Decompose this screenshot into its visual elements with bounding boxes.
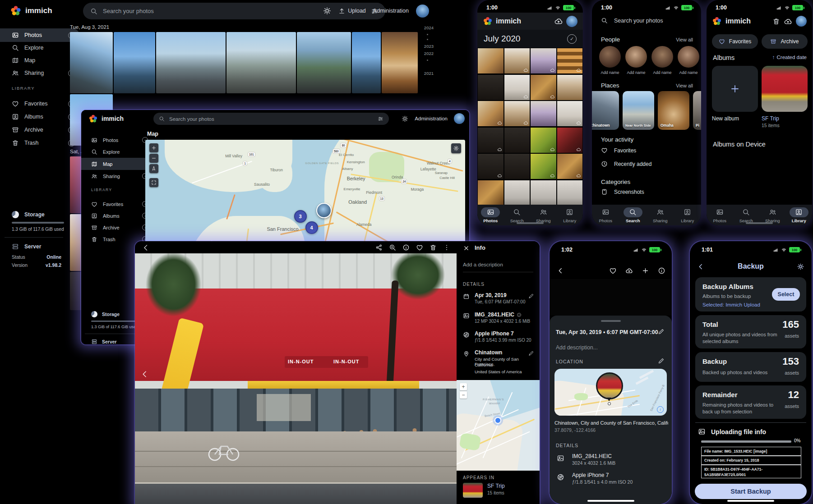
photo-thumbnail[interactable] xyxy=(531,48,556,73)
tab-sharing[interactable]: Sharing xyxy=(647,205,674,225)
theme-toggle-sun-icon[interactable] xyxy=(402,115,408,122)
photo-thumbnail[interactable] xyxy=(504,154,530,179)
album-tile-sf-trip[interactable] xyxy=(762,66,808,112)
archive-button[interactable]: Archive xyxy=(762,34,808,49)
search-input[interactable]: Search your photos xyxy=(153,113,389,125)
sort-created-date[interactable]: ↑ Created date xyxy=(772,55,807,60)
tab-photos[interactable]: Photos xyxy=(592,205,619,225)
pencil-icon[interactable] xyxy=(658,357,665,364)
category-screenshots[interactable]: Screenshots xyxy=(601,188,644,195)
sidebar-item-map[interactable]: Map xyxy=(81,158,152,170)
add-name-label[interactable]: Add name xyxy=(625,70,647,75)
avatar[interactable] xyxy=(416,5,429,18)
home-indicator[interactable] xyxy=(746,222,773,224)
person-face[interactable] xyxy=(599,46,621,68)
sidebar-item-favorites[interactable]: Favorites i xyxy=(0,97,79,110)
start-backup-button[interactable]: Start Backup xyxy=(695,484,807,499)
select-all-icon[interactable]: ✓ xyxy=(567,34,577,44)
avatar[interactable] xyxy=(566,16,577,27)
photo-thumbnail[interactable] xyxy=(557,154,583,179)
sidebar-item-photos[interactable]: Photos i xyxy=(81,134,152,146)
zoom-in-icon[interactable] xyxy=(389,244,396,251)
photo-thumbnail[interactable] xyxy=(478,48,504,73)
pencil-icon[interactable] xyxy=(528,350,534,356)
sidebar-item-sharing[interactable]: Sharing i xyxy=(0,67,79,79)
map-locate-button[interactable] xyxy=(149,164,158,173)
map-zoom-in-button[interactable] xyxy=(149,143,158,152)
info-circle-icon[interactable] xyxy=(402,244,410,251)
people-view-all[interactable]: View all xyxy=(676,37,693,42)
photo-viewer[interactable]: IN-N-OUT IN-N-OUT xyxy=(135,253,457,504)
photo-thumbnail[interactable] xyxy=(226,32,296,93)
activity-favorites[interactable]: Favorites xyxy=(601,147,636,154)
cloud-upload-icon[interactable] xyxy=(625,267,633,275)
tab-library[interactable]: Library xyxy=(786,205,813,225)
info-map-thumbnail[interactable]: FISHERMAN'S WHARF Beach Street + − xyxy=(457,380,540,471)
add-name-label[interactable]: Add name xyxy=(678,70,699,75)
home-indicator[interactable] xyxy=(517,222,544,224)
photo-thumbnail[interactable] xyxy=(478,180,504,206)
photo-thumbnail[interactable] xyxy=(297,32,351,93)
search-input[interactable]: Search your photos xyxy=(601,17,663,24)
map-cluster-marker[interactable]: 3 xyxy=(294,210,307,223)
photo-thumbnail[interactable] xyxy=(531,154,556,179)
photo-thumbnail[interactable] xyxy=(557,75,583,100)
administration-link[interactable]: Administration xyxy=(415,116,448,121)
photo-thumbnail[interactable] xyxy=(478,154,504,179)
photo-thumbnail[interactable] xyxy=(504,75,530,100)
tab-library[interactable]: Library xyxy=(674,205,702,225)
photo-thumbnail[interactable] xyxy=(531,128,556,153)
map-info-icon[interactable]: i xyxy=(657,406,664,413)
share-icon[interactable] xyxy=(375,244,383,251)
sidebar-item-archive[interactable]: Archive i xyxy=(0,124,79,136)
add-name-label[interactable]: Add name xyxy=(599,70,621,75)
sidebar-item-favorites[interactable]: Favorites i xyxy=(81,198,152,210)
heart-icon[interactable] xyxy=(416,244,423,251)
activity-recently-added[interactable]: Recently added xyxy=(601,160,651,167)
photo-thumbnail[interactable] xyxy=(557,128,583,153)
sheet-drag-handle[interactable] xyxy=(601,320,621,322)
photo-thumbnail[interactable] xyxy=(504,128,530,153)
favorites-button[interactable]: Favorites xyxy=(712,34,758,49)
sidebar-item-sharing[interactable]: Sharing i xyxy=(81,170,152,182)
place-tile[interactable]: Pi xyxy=(693,91,701,130)
photo-thumbnail[interactable] xyxy=(478,101,504,126)
trash-icon[interactable] xyxy=(772,18,780,25)
theme-toggle-sun-icon[interactable] xyxy=(323,7,331,15)
photo-thumbnail[interactable] xyxy=(352,32,381,93)
sidebar-item-explore[interactable]: Explore xyxy=(81,146,152,157)
photo-thumbnail[interactable] xyxy=(504,48,530,73)
cloud-sync-icon[interactable] xyxy=(554,17,563,26)
tab-photos[interactable]: Photos xyxy=(707,205,733,225)
person-face[interactable] xyxy=(678,46,699,68)
photo-thumbnail[interactable] xyxy=(557,180,583,206)
photo-thumbnail[interactable] xyxy=(504,180,530,206)
photo-thumbnail[interactable] xyxy=(557,48,583,73)
administration-link[interactable]: Administration xyxy=(373,8,409,14)
select-button[interactable]: Select xyxy=(772,288,800,301)
map-zoom-out-button[interactable] xyxy=(149,154,158,163)
home-indicator[interactable] xyxy=(587,500,634,502)
add-name-label[interactable]: Add name xyxy=(651,70,673,75)
tab-search[interactable]: Search xyxy=(619,205,647,225)
home-indicator[interactable] xyxy=(727,500,774,502)
location-map-card[interactable]: San Francisco Ferry B The Emb i xyxy=(554,369,667,416)
sidebar-item-albums[interactable]: Albums i xyxy=(81,210,152,221)
photo-thumbnail[interactable] xyxy=(531,101,556,126)
map-fullscreen-button[interactable] xyxy=(149,178,158,187)
avatar[interactable] xyxy=(454,113,465,124)
plus-icon[interactable] xyxy=(642,267,649,275)
trash-icon[interactable] xyxy=(430,244,437,251)
back-chevron-icon[interactable] xyxy=(557,267,564,275)
sidebar-item-archive[interactable]: Archive i xyxy=(81,222,152,233)
sidebar-item-map[interactable]: Map xyxy=(0,54,79,67)
photo-thumbnail[interactable] xyxy=(156,32,226,93)
photo-thumbnail[interactable] xyxy=(531,180,556,206)
photo-area[interactable] xyxy=(550,279,672,316)
photo-thumbnail[interactable] xyxy=(478,75,504,100)
new-album-tile[interactable] xyxy=(712,66,758,112)
mini-map-zoom-in[interactable]: + xyxy=(460,383,467,390)
photo-thumbnail[interactable] xyxy=(478,128,504,153)
description-input[interactable]: Add a description xyxy=(463,262,503,267)
filter-sliders-icon[interactable] xyxy=(378,116,383,122)
